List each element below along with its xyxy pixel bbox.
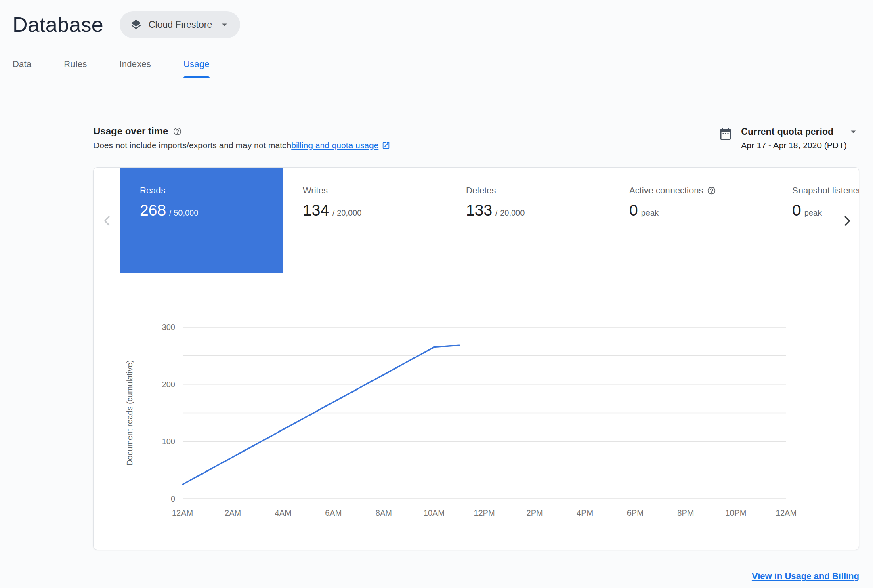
billing-quota-usage-link[interactable]: billing and quota usage [291,141,378,150]
view-usage-billing-link[interactable]: View in Usage and Billing [752,571,859,582]
svg-text:10PM: 10PM [725,508,746,517]
svg-text:8PM: 8PM [677,508,694,517]
tab-usage[interactable]: Usage [183,52,210,78]
help-circle-icon[interactable] [173,127,182,136]
metric-label: Active connections [629,185,773,196]
quota-period-selector[interactable]: Current quota period Apr 17 - Apr 18, 20… [718,126,859,150]
svg-text:100: 100 [162,437,175,446]
dropdown-arrow-icon [847,126,859,138]
svg-text:4AM: 4AM [275,508,292,517]
svg-text:200: 200 [162,380,175,389]
metric-tile-writes[interactable]: Writes 134/ 20,000 [283,168,447,273]
svg-text:10AM: 10AM [424,508,445,517]
quota-period-label: Current quota period [741,126,833,137]
metric-quota: / 20,000 [495,208,525,217]
usage-page: Usage over time Does not include imports… [0,126,873,582]
metric-value: 134/ 20,000 [303,202,447,219]
database-selector[interactable]: Cloud Firestore [120,11,240,38]
svg-text:12AM: 12AM [776,508,797,517]
metric-quota: / 50,000 [169,208,198,217]
tab-indexes[interactable]: Indexes [120,52,151,78]
metric-value: 133/ 20,000 [466,202,610,219]
svg-text:4PM: 4PM [577,508,593,517]
metric-quota: / 20,000 [332,208,361,217]
tab-rules[interactable]: Rules [64,52,87,78]
carousel-prev-icon[interactable] [99,213,115,229]
usage-section-title: Usage over time [93,126,168,137]
svg-text:Document reads (cumulative): Document reads (cumulative) [125,360,134,466]
svg-text:2AM: 2AM [225,508,241,517]
quota-period-range: Apr 17 - Apr 18, 2020 (PDT) [741,141,859,150]
calendar-icon [718,126,733,141]
help-circle-icon[interactable] [707,186,716,195]
carousel-next-icon[interactable] [839,213,855,229]
metric-tiles: Reads 268/ 50,000 Writes 134/ 20,000 Del… [120,168,859,273]
tab-data[interactable]: Data [13,52,31,78]
usage-chart-area: 010020030012AM2AM4AM6AM8AM10AM12PM2PM4PM… [94,273,859,541]
metric-value: 0peak [629,202,773,219]
svg-text:8AM: 8AM [376,508,392,517]
svg-text:6AM: 6AM [325,508,342,517]
metric-carousel: Reads 268/ 50,000 Writes 134/ 20,000 Del… [94,168,859,273]
metric-label: Deletes [466,185,610,196]
svg-text:300: 300 [162,323,175,332]
database-selector-label: Cloud Firestore [149,19,212,30]
svg-text:12AM: 12AM [172,508,193,517]
usage-chart: 010020030012AM2AM4AM6AM8AM10AM12PM2PM4PM… [94,273,859,539]
metric-label: Snapshot listeners [792,185,859,196]
page-title: Database [13,13,103,37]
metric-value: 268/ 50,000 [140,202,283,219]
usage-section-description: Does not include imports/exports and may… [93,141,390,150]
metric-tile-active-connections[interactable]: Active connections 0peak [610,168,773,273]
svg-text:0: 0 [171,494,175,503]
metric-label: Writes [303,185,447,196]
svg-text:12PM: 12PM [474,508,495,517]
svg-text:2PM: 2PM [527,508,543,517]
description-text: Does not include imports/exports and may… [93,141,291,150]
metric-quota: peak [641,208,659,217]
open-in-new-icon[interactable] [382,141,390,150]
metric-quota: peak [804,208,822,217]
page-header: Database Cloud Firestore [0,0,873,38]
tab-bar: Data Rules Indexes Usage [0,52,873,78]
usage-section-header: Usage over time Does not include imports… [93,126,859,150]
metric-label: Reads [140,185,283,196]
usage-card: Reads 268/ 50,000 Writes 134/ 20,000 Del… [93,167,859,550]
svg-text:6PM: 6PM [627,508,644,517]
metric-tile-deletes[interactable]: Deletes 133/ 20,000 [447,168,610,273]
chevron-down-icon [218,19,231,31]
firestore-icon [130,19,142,31]
metric-tile-reads[interactable]: Reads 268/ 50,000 [120,168,283,273]
